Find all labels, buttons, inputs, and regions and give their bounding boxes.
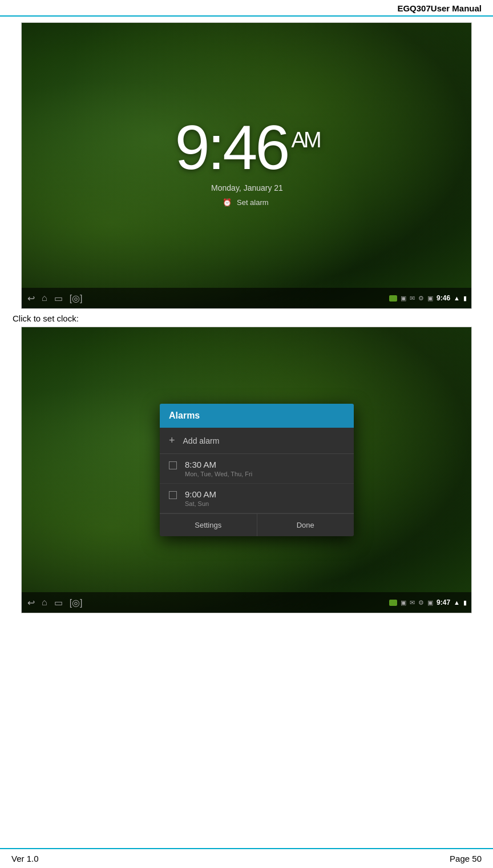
status-bar-right: ▣ ✉ ⚙ ▣ 9:46 ▲ ▮ [389,294,467,302]
settings-button[interactable]: Settings [160,514,257,536]
alarm-home-icon[interactable]: ⌂ [42,597,47,608]
alarmscreen-bg: 9 M Alarms + Add alarm 8:30 AM [22,327,472,613]
alarm-1-time: 8:30 AM [185,460,345,469]
page-number: Page 50 [450,854,482,863]
lockscreen-screenshot: 9:46AM Monday, January 21 ⏰ Set alarm ↩ … [21,22,472,309]
wifi-icon: ▲ [454,295,460,302]
add-alarm-label: Add alarm [183,436,220,445]
add-alarm-row[interactable]: + Add alarm [160,428,354,454]
alarm-1-days: Mon, Tue, Wed, Thu, Fri [185,471,345,477]
status-icon-4: ⚙ [418,295,424,302]
alarm-status-time: 9:47 [437,598,450,606]
alarm-dialog-footer: Settings Done [160,513,354,536]
alarm-icon: ⏰ [223,198,232,207]
alarm-dialog: Alarms + Add alarm 8:30 AM Mon, Tue, Wed… [160,404,354,536]
recent-icon[interactable]: ▭ [54,293,63,304]
alarm-item-2[interactable]: 9:00 AM Sat, Sun [160,484,354,513]
clock-ampm: AM [292,128,320,152]
instruction-text: Click to set clock: [11,314,482,323]
alarmscreen-screenshot: 9 M Alarms + Add alarm 8:30 AM [21,327,472,613]
status-time: 9:46 [437,294,450,302]
set-alarm-button[interactable]: ⏰ Set alarm [175,198,319,207]
status-icon-2: ▣ [401,295,406,302]
status-icon-1 [389,295,397,302]
alarmscreen-status-bar: ↩ ⌂ ▭ [◎] ▣ ✉ ⚙ ▣ 9:47 ▲ ▮ [22,592,472,613]
clock-display: 9:46AM [175,116,319,179]
clock-time: 9:46 [175,112,288,182]
alarm-dialog-title-text: Alarms [169,411,200,420]
alarm-recent-icon[interactable]: ▭ [54,597,63,608]
alarm-back-icon[interactable]: ↩ [27,597,35,608]
alarm-screenshot-icon[interactable]: [◎] [70,597,83,608]
page-footer: Ver 1.0 Page 50 [0,848,493,868]
back-icon[interactable]: ↩ [27,293,35,304]
alarm-status-bar-right: ▣ ✉ ⚙ ▣ 9:47 ▲ ▮ [389,598,467,606]
done-label: Done [297,521,314,529]
clock-date: Monday, January 21 [175,183,319,192]
screenshot-icon[interactable]: [◎] [70,293,83,304]
alarm-2-time: 9:00 AM [185,489,345,499]
alarm-status-icon-5: ▣ [427,599,433,606]
alarm-status-bar-nav: ↩ ⌂ ▭ [◎] [27,597,83,608]
alarm-status-icon-4: ⚙ [418,599,424,606]
alarm-item-1[interactable]: 8:30 AM Mon, Tue, Wed, Thu, Fri [160,454,354,484]
alarm-2-days: Sat, Sun [185,500,345,507]
lockscreen-status-bar: ↩ ⌂ ▭ [◎] ▣ ✉ ⚙ ▣ 9:46 ▲ ▮ [22,288,472,308]
alarm-wifi-icon: ▲ [454,599,460,606]
home-icon[interactable]: ⌂ [42,293,47,303]
alarm-2-info: 9:00 AM Sat, Sun [185,489,345,507]
settings-label: Settings [195,521,221,529]
alarm-dialog-title: Alarms [160,404,354,428]
set-alarm-label: Set alarm [237,198,269,207]
alarm-1-checkbox[interactable] [169,461,177,469]
status-icon-3: ✉ [410,295,415,302]
signal-icon: ▮ [463,295,467,302]
alarm-signal-icon: ▮ [463,599,467,606]
alarm-status-icon-2: ▣ [401,599,406,606]
document-title: EGQ307User Manual [397,3,482,13]
plus-icon: + [169,435,175,447]
status-bar-nav: ↩ ⌂ ▭ [◎] [27,293,83,304]
alarm-1-info: 8:30 AM Mon, Tue, Wed, Thu, Fri [185,460,345,477]
alarm-2-checkbox[interactable] [169,491,177,499]
page-header: EGQ307User Manual [0,0,493,17]
lockscreen-time-area: 9:46AM Monday, January 21 ⏰ Set alarm [175,116,319,207]
version-label: Ver 1.0 [11,854,39,863]
alarm-status-icon-1 [389,600,397,606]
done-button[interactable]: Done [257,514,354,536]
page-content: 9:46AM Monday, January 21 ⏰ Set alarm ↩ … [0,17,493,624]
alarm-status-icon-3: ✉ [410,599,415,606]
lockscreen-bg: 9:46AM Monday, January 21 ⏰ Set alarm ↩ … [22,23,472,308]
status-icon-5: ▣ [427,295,433,302]
